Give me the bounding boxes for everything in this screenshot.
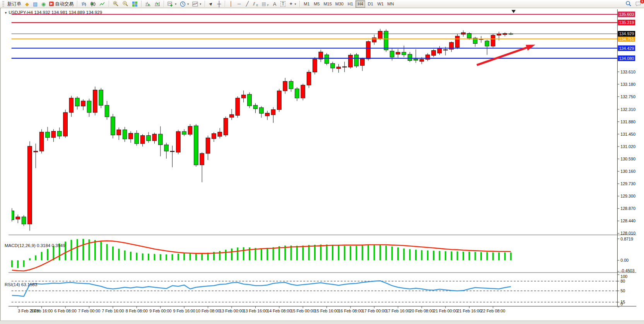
auto-scroll-button[interactable] bbox=[143, 0, 152, 8]
svg-text:14 Feb 08:00: 14 Feb 08:00 bbox=[267, 309, 291, 313]
equidistant-channel-icon: ⫽ bbox=[253, 2, 255, 6]
chevron-down-icon: ▾ bbox=[200, 2, 201, 6]
svg-text:130.160: 130.160 bbox=[620, 169, 635, 174]
svg-text:50: 50 bbox=[620, 288, 625, 293]
svg-text:132.310: 132.310 bbox=[620, 107, 635, 112]
svg-text:-0.4503: -0.4503 bbox=[620, 268, 634, 273]
window-bottom-edge bbox=[0, 321, 644, 324]
svg-text:80: 80 bbox=[620, 279, 625, 283]
svg-text:22 Feb 08:00: 22 Feb 08:00 bbox=[481, 309, 505, 313]
horizontal-line-icon: ─ bbox=[237, 2, 241, 6]
svg-text:0.00: 0.00 bbox=[620, 258, 629, 263]
chevron-down-icon: ▾ bbox=[175, 2, 176, 6]
svg-text:15 Feb 00:00: 15 Feb 00:00 bbox=[291, 309, 315, 313]
svg-text:130.590: 130.590 bbox=[620, 157, 635, 161]
periods-button[interactable]: ▾ bbox=[178, 0, 190, 8]
terminal-button[interactable]: ▤ bbox=[31, 0, 39, 8]
chart-window[interactable]: 133.610133.180132.750132.310131.880131.4… bbox=[0, 8, 644, 324]
line-chart-button[interactable] bbox=[98, 0, 107, 8]
templates-button[interactable]: ▾ bbox=[191, 0, 203, 8]
gold-diamond-button[interactable]: ◆ bbox=[23, 0, 31, 8]
timeframe-w1[interactable]: W1 bbox=[376, 0, 385, 8]
equidistant-channel-button[interactable]: ⫽E bbox=[251, 0, 260, 8]
auto-trading-label: 自动交易 bbox=[55, 1, 73, 7]
svg-text:133.610: 133.610 bbox=[620, 70, 635, 74]
timeframe-m5[interactable]: M5 bbox=[312, 0, 321, 8]
zoom-out-button[interactable] bbox=[121, 0, 130, 8]
fibonacci-icon: ▤ bbox=[261, 2, 266, 6]
svg-text:17 Feb 00:00: 17 Feb 00:00 bbox=[362, 309, 386, 313]
fibonacci-sub-label: F bbox=[267, 4, 269, 7]
timeframe-m15[interactable]: M15 bbox=[322, 0, 333, 8]
zoom-in-button[interactable] bbox=[111, 0, 120, 8]
periods-clock-icon bbox=[180, 1, 186, 7]
svg-text:100: 100 bbox=[620, 274, 627, 279]
svg-text:20 Feb 08:00: 20 Feb 08:00 bbox=[410, 309, 434, 313]
new-order-button[interactable]: 新订单 bbox=[6, 0, 23, 8]
new-order-label: 新订单 bbox=[7, 1, 21, 7]
text-icon: A bbox=[273, 2, 277, 7]
timeframe-m30[interactable]: M30 bbox=[334, 0, 345, 8]
bar-chart-button[interactable] bbox=[79, 0, 88, 8]
indicators-icon bbox=[167, 1, 173, 7]
svg-text:134.080: 134.080 bbox=[619, 56, 634, 61]
arrows-icon: ✦ bbox=[289, 2, 293, 6]
bar-chart-icon bbox=[81, 1, 87, 7]
chart-dropdown-icon[interactable]: ▼ bbox=[4, 11, 7, 15]
text-label-icon: T bbox=[280, 1, 285, 7]
indicators-button[interactable]: ▾ bbox=[166, 0, 178, 8]
terminal-icon: ▤ bbox=[33, 2, 38, 7]
zoom-in-icon bbox=[113, 1, 119, 7]
candlestick-chart-button[interactable] bbox=[89, 0, 97, 8]
tile-windows-button[interactable] bbox=[130, 0, 139, 8]
svg-text:7 Feb 00:00: 7 Feb 00:00 bbox=[78, 309, 100, 313]
line-chart-icon bbox=[99, 1, 105, 7]
timeframe-mn[interactable]: MN bbox=[386, 0, 395, 8]
vertical-line-icon: │ bbox=[230, 2, 233, 6]
timeframe-m1[interactable]: M1 bbox=[302, 0, 311, 8]
toolbar-separator bbox=[225, 1, 225, 7]
timeframe-h4[interactable]: H4 bbox=[355, 0, 365, 8]
svg-text:7 Feb 16:00: 7 Feb 16:00 bbox=[102, 309, 124, 313]
zoom-out-icon bbox=[122, 1, 128, 7]
svg-text:0.8719: 0.8719 bbox=[620, 237, 633, 241]
toolbar-separator bbox=[299, 1, 300, 7]
svg-text:13 Feb 16:00: 13 Feb 16:00 bbox=[243, 309, 268, 313]
svg-text:128.010: 128.010 bbox=[620, 231, 635, 235]
chart-shift-button[interactable] bbox=[153, 0, 162, 8]
svg-text:134.929: 134.929 bbox=[619, 31, 634, 36]
crosshair-icon: ┼ bbox=[217, 1, 221, 7]
svg-text:0: 0 bbox=[620, 302, 623, 306]
vertical-line-button[interactable]: │ bbox=[227, 0, 235, 8]
svg-text:15 Feb 16:00: 15 Feb 16:00 bbox=[314, 309, 339, 313]
text-button[interactable]: A bbox=[271, 0, 278, 8]
crosshair-button[interactable]: ┼ bbox=[215, 0, 223, 8]
toolbar-separator bbox=[77, 1, 77, 7]
search-button[interactable] bbox=[624, 0, 633, 8]
arrows-button[interactable]: ✦▾ bbox=[287, 0, 297, 8]
auto-trading-button[interactable]: ▶ 自动交易 bbox=[48, 0, 75, 8]
trendline-button[interactable]: ╱ bbox=[243, 0, 251, 8]
cursor-button[interactable]: ➤ bbox=[207, 0, 215, 8]
svg-text:8 Feb 08:00: 8 Feb 08:00 bbox=[126, 309, 148, 313]
text-label-button[interactable]: T bbox=[279, 0, 287, 8]
cursor-icon: ➤ bbox=[208, 1, 214, 7]
auto-trading-icon: ▶ bbox=[49, 2, 54, 6]
signals-button[interactable]: ◉ bbox=[39, 0, 47, 8]
timeframe-h1[interactable]: H1 bbox=[345, 0, 355, 8]
svg-text:134.429: 134.429 bbox=[619, 46, 634, 51]
svg-text:17 Feb 16:00: 17 Feb 16:00 bbox=[386, 309, 410, 313]
svg-text:131.020: 131.020 bbox=[620, 144, 635, 149]
fibonacci-button[interactable]: ▤F bbox=[260, 0, 270, 8]
toolbar-separator bbox=[141, 1, 142, 7]
horizontal-line-button[interactable]: ─ bbox=[235, 0, 243, 8]
svg-text:16 Feb 08:00: 16 Feb 08:00 bbox=[338, 309, 363, 313]
chart-shift-icon bbox=[154, 1, 160, 7]
price-chart[interactable]: 133.610133.180132.750132.310131.880131.4… bbox=[0, 8, 644, 324]
timeframe-d1[interactable]: D1 bbox=[366, 0, 375, 8]
macd-label: MACD(12,26,9) 0.3184 0.3549 bbox=[5, 243, 65, 248]
toolbar-grip[interactable] bbox=[2, 1, 4, 7]
svg-text:10 Feb 08:00: 10 Feb 08:00 bbox=[196, 309, 220, 313]
svg-text:128.870: 128.870 bbox=[620, 206, 635, 211]
notification-badge: 1 bbox=[640, 0, 644, 3]
